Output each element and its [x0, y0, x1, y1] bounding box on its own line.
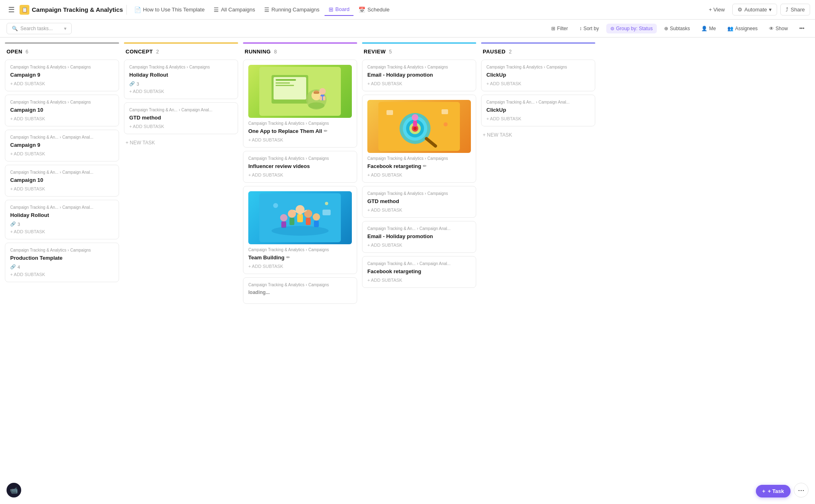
card-paused-1[interactable]: Campaign Tracking & Analytics › Campaign… [481, 60, 595, 91]
card-review-2[interactable]: Campaign Tracking & Analytics › Campaign… [362, 95, 476, 183]
svg-rect-10 [314, 91, 318, 92]
add-subtask-button[interactable]: + ADD SUBTASK [10, 151, 114, 156]
card-paused-2[interactable]: Campaign Tracking & An... › Campaign Ana… [481, 95, 595, 126]
add-subtask-button[interactable]: + ADD SUBTASK [367, 81, 471, 86]
card-meta: 🔗 3 [129, 81, 233, 86]
show-button[interactable]: 👁 Show [765, 24, 792, 33]
me-button[interactable]: 👤 Me [697, 24, 720, 33]
card-open-6[interactable]: Campaign Tracking & Analytics › Campaign… [5, 243, 119, 282]
column-open-bar [5, 42, 119, 44]
column-paused-cards: Campaign Tracking & Analytics › Campaign… [481, 60, 595, 504]
sort-icon: ↕ [579, 26, 582, 31]
add-subtask-button[interactable]: + ADD SUBTASK [10, 272, 114, 277]
add-subtask-button[interactable]: + ADD SUBTASK [10, 116, 114, 121]
tab-how-to[interactable]: 📄 How to Use This Template [130, 4, 209, 15]
add-subtask-button[interactable]: + ADD SUBTASK [367, 208, 471, 212]
card-title: Holiday Rollout [129, 72, 233, 78]
task-label: + Task [768, 488, 784, 494]
automate-chevron: ▾ [769, 7, 772, 13]
new-task-fab-button[interactable]: + + Task [756, 485, 791, 497]
list-icon: ☰ [214, 7, 219, 13]
column-concept: CONCEPT 2 Campaign Tracking & Analytics … [124, 42, 238, 504]
filter-button[interactable]: ⊞ Filter [547, 24, 572, 33]
illustration-team [259, 193, 341, 242]
search-box[interactable]: 🔍 Search tasks... ▾ [7, 23, 72, 34]
column-open-cards: Campaign Tracking & Analytics › Campaign… [5, 60, 119, 504]
tab-running-campaigns[interactable]: ☰ Running Campaigns [260, 4, 324, 15]
card-open-2[interactable]: Campaign Tracking & Analytics › Campaign… [5, 95, 119, 126]
more-button[interactable]: ••• [795, 24, 808, 33]
card-concept-2[interactable]: Campaign Tracking & An... › Campaign Ana… [124, 102, 238, 134]
new-task-button-concept[interactable]: + NEW TASK [124, 137, 238, 148]
card-open-1[interactable]: Campaign Tracking & Analytics › Campaign… [5, 60, 119, 91]
add-subtask-button[interactable]: + ADD SUBTASK [10, 81, 114, 86]
add-subtask-button[interactable]: + ADD SUBTASK [248, 264, 352, 269]
subtasks-label: Subtasks [670, 26, 690, 31]
view-button[interactable]: + View [705, 4, 729, 15]
card-title: Campaign 9 [10, 72, 114, 78]
card-review-3[interactable]: Campaign Tracking & Analytics › Campaign… [362, 186, 476, 218]
apps-button[interactable]: ⋯ [794, 483, 808, 497]
top-nav: ☰ 📋 Campaign Tracking & Analytics 📄 How … [0, 0, 815, 20]
svg-rect-41 [413, 121, 417, 126]
tab-schedule-label: Schedule [367, 7, 389, 13]
card-title: ClickUp [486, 72, 590, 78]
card-open-3[interactable]: Campaign Tracking & An... › Campaign Ana… [5, 130, 119, 161]
camera-button[interactable]: 📹 [7, 483, 21, 497]
filter-label: Filter [557, 26, 568, 31]
svg-point-24 [313, 213, 320, 221]
column-open: OPEN 6 Campaign Tracking & Analytics › C… [5, 42, 119, 504]
new-task-button-paused[interactable]: + NEW TASK [481, 130, 595, 140]
filter-icon: ⊞ [551, 26, 555, 31]
add-subtask-button[interactable]: + ADD SUBTASK [10, 186, 114, 191]
card-review-4[interactable]: Campaign Tracking & An... › Campaign Ana… [362, 221, 476, 253]
tab-schedule[interactable]: 📅 Schedule [354, 4, 393, 15]
app-logo[interactable]: 📋 Campaign Tracking & Analytics [20, 5, 123, 15]
illustration-work [259, 67, 341, 116]
card-running-4[interactable]: Campaign Tracking & Analytics › Campaign… [243, 277, 357, 304]
card-running-1[interactable]: Campaign Tracking & Analytics › Campaign… [243, 60, 357, 148]
add-subtask-button[interactable]: + ADD SUBTASK [367, 278, 471, 283]
logo-icon: 📋 [20, 5, 29, 15]
card-title: Campaign 9 [10, 142, 114, 148]
column-review-title: REVIEW [364, 49, 386, 55]
card-concept-1[interactable]: Campaign Tracking & Analytics › Campaign… [124, 60, 238, 99]
add-subtask-button[interactable]: + ADD SUBTASK [486, 81, 590, 86]
card-title: One App to Replace Them All ✏ [248, 128, 352, 134]
add-subtask-button[interactable]: + ADD SUBTASK [248, 137, 352, 142]
hamburger-icon[interactable]: ☰ [5, 4, 18, 16]
tab-board[interactable]: ⊞ Board [325, 4, 354, 16]
add-subtask-button[interactable]: + ADD SUBTASK [486, 116, 590, 121]
svg-point-11 [319, 88, 326, 95]
card-running-3[interactable]: Campaign Tracking & Analytics › Campaign… [243, 186, 357, 274]
share-button[interactable]: ⤴ Share [780, 4, 810, 15]
add-subtask-button[interactable]: + ADD SUBTASK [367, 243, 471, 248]
card-title: Campaign 10 [10, 107, 114, 113]
group-button[interactable]: ⊚ Group by: Status [606, 24, 657, 33]
svg-point-44 [444, 122, 448, 126]
automate-icon: ⚙ [738, 7, 742, 13]
column-running-bar [243, 42, 357, 44]
add-subtask-button[interactable]: + ADD SUBTASK [367, 172, 471, 177]
assignees-button[interactable]: 👥 Assignees [723, 24, 762, 33]
card-open-4[interactable]: Campaign Tracking & An... › Campaign Ana… [5, 165, 119, 197]
column-concept-bar [124, 42, 238, 44]
edit-icon: ✏ [286, 255, 290, 260]
add-subtask-button[interactable]: + ADD SUBTASK [10, 229, 114, 234]
calendar-icon: 📅 [358, 7, 365, 13]
add-subtask-button[interactable]: + ADD SUBTASK [248, 172, 352, 177]
add-subtask-button[interactable]: + ADD SUBTASK [129, 124, 233, 129]
card-review-5[interactable]: Campaign Tracking & An... › Campaign Ana… [362, 256, 476, 288]
more-icon: ••• [799, 26, 804, 31]
card-running-2[interactable]: Campaign Tracking & Analytics › Campaign… [243, 151, 357, 183]
sort-label: Sort by [583, 26, 599, 31]
card-open-5[interactable]: Campaign Tracking & An... › Campaign Ana… [5, 200, 119, 239]
tab-all-campaigns[interactable]: ☰ All Campaigns [210, 4, 259, 15]
add-subtask-button[interactable]: + ADD SUBTASK [129, 89, 233, 94]
automate-button[interactable]: ⚙ Automate ▾ [732, 4, 777, 15]
link-icon: 🔗 [10, 264, 16, 270]
card-review-1[interactable]: Campaign Tracking & Analytics › Campaign… [362, 60, 476, 91]
sort-button[interactable]: ↕ Sort by [575, 24, 603, 33]
subtasks-button[interactable]: ⊕ Subtasks [660, 24, 694, 33]
column-running-title: RUNNING [245, 49, 271, 55]
